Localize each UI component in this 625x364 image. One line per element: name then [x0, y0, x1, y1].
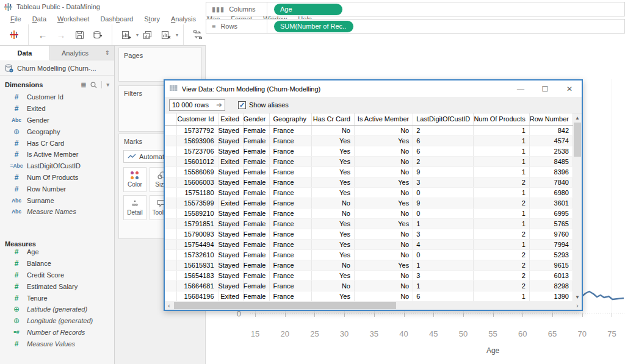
table-row[interactable]: 15573599ExitedFemaleFranceNoYes923601: [165, 198, 573, 208]
scroll-right-icon[interactable]: ›: [573, 301, 582, 310]
column-header-row-number[interactable]: Row Number: [529, 113, 573, 125]
table-row[interactable]: 15654183StayedFemaleFranceYesNo326013: [165, 270, 573, 280]
find-field-icon[interactable]: [90, 82, 97, 88]
cell: 2: [474, 280, 529, 291]
detail-button[interactable]: Detail: [123, 195, 146, 220]
dimension-num-of-products[interactable]: #Num Of Products: [0, 172, 114, 184]
table-row[interactable]: 15790093StayedFemaleFranceYesNo329760: [165, 229, 573, 239]
table-row[interactable]: 15586069StayedFemaleFranceYesNo918396: [165, 166, 573, 177]
menu-dashboard[interactable]: Dashboard: [95, 15, 139, 23]
new-worksheet-caret-icon[interactable]: ▾: [136, 32, 139, 38]
show-aliases-checkbox[interactable]: ✓: [238, 101, 246, 109]
row-count-input[interactable]: 10 000 rows ➜: [169, 99, 225, 111]
color-button[interactable]: Color: [123, 167, 146, 192]
new-datasource-icon[interactable]: [90, 27, 105, 42]
menu-data[interactable]: Data: [27, 15, 52, 23]
dialog-close-button[interactable]: ✕: [557, 81, 582, 97]
table-row[interactable]: 15751180StayedFemaleFranceYesNo016980: [165, 187, 573, 198]
column-header-customer-id[interactable]: Customer Id: [176, 113, 218, 125]
menu-file[interactable]: File: [5, 15, 27, 23]
table-row[interactable]: 15684196ExitedFemaleFranceYesNo611390: [165, 291, 573, 301]
vertical-scrollbar[interactable]: ▲ ▼: [573, 113, 582, 301]
dimension-geography[interactable]: ⊕Geography: [0, 126, 114, 137]
pane-expander-icon[interactable]: ⇕: [101, 46, 114, 60]
column-header-is-active-member[interactable]: Is Active Member: [354, 113, 413, 125]
menu-worksheet[interactable]: Worksheet: [52, 15, 95, 23]
measure-credit-score[interactable]: #Credit Score: [0, 269, 114, 281]
datasource-item[interactable]: Churn Modelling (Churn-...: [0, 61, 114, 76]
dimension-row-number[interactable]: #Row Number: [0, 183, 114, 194]
cell: 15601012: [176, 156, 218, 166]
column-header-lastdigitofcustid[interactable]: LastDigitOfCustID: [413, 113, 474, 125]
table-row[interactable]: 15737792StayedFemaleFranceNoNo21842: [165, 125, 573, 135]
rows-shelf[interactable]: ≡ Rows SUM(Number of Rec..: [206, 19, 625, 34]
measure-measure-values[interactable]: #Measure Values: [0, 338, 114, 349]
measure-tenure[interactable]: #Tenure: [0, 292, 114, 304]
table-row[interactable]: 15606003StayedFemaleFranceYesYes327840: [165, 177, 573, 187]
dimension-lastdigitofcustid[interactable]: =AbcLastDigitOfCustID: [0, 160, 114, 172]
rows-pill-sum-number-of-records[interactable]: SUM(Number of Rec..: [274, 21, 353, 32]
table-row[interactable]: 15693906StayedFemaleFranceYesYes614574: [165, 135, 573, 146]
column-header-geography[interactable]: Geography: [270, 113, 312, 125]
menu-story[interactable]: Story: [139, 15, 165, 23]
measure-age[interactable]: #Age: [0, 246, 114, 258]
cell: 15586069: [176, 166, 218, 177]
table-row[interactable]: 15601012ExitedFemaleFranceYesNo218485: [165, 156, 573, 166]
column-header-exited[interactable]: Exited: [218, 113, 243, 125]
tab-data[interactable]: Data: [0, 46, 50, 60]
table-row[interactable]: 15791851StayedFemaleFranceYesYes115765: [165, 218, 573, 229]
view-as-list-icon[interactable]: ≣: [81, 81, 86, 89]
column-header-gender[interactable]: Gender: [243, 113, 270, 125]
dimension-surname[interactable]: AbcSurname: [0, 194, 114, 206]
dimension-is-active-member[interactable]: #Is Active Member: [0, 149, 114, 160]
table-row[interactable]: 15732610StayedFemaleFranceYesNo025293: [165, 249, 573, 260]
table-row[interactable]: 15664681StayedFemaleFranceNoNo128298: [165, 280, 573, 291]
table-row[interactable]: 15754494StayedFemaleFranceYesNo417994: [165, 239, 573, 249]
redo-forward-icon[interactable]: →: [54, 27, 68, 42]
horizontal-scrollbar[interactable]: ‹ ›: [165, 301, 582, 310]
measure-latitude-generated[interactable]: ⊕Latitude (generated): [0, 304, 114, 315]
pages-card[interactable]: Pages: [118, 48, 202, 82]
column-header-num-of-products[interactable]: Num Of Products: [474, 113, 529, 125]
dimension-measure-names[interactable]: AbcMeasure Names: [0, 206, 114, 218]
dimension-exited[interactable]: #Exited: [0, 103, 114, 115]
dialog-maximize-button[interactable]: ☐: [533, 81, 557, 97]
new-worksheet-icon[interactable]: [119, 27, 134, 42]
cell: Yes: [354, 177, 413, 187]
clear-sheet-icon[interactable]: [159, 27, 173, 42]
table-row[interactable]: 15615931StayedFemaleFranceNoYes129615: [165, 260, 573, 270]
column-header-has-cr-card[interactable]: Has Cr Card: [312, 113, 355, 125]
tableau-home-icon[interactable]: [7, 27, 21, 42]
dialog-title-bar[interactable]: View Data: Churn Modelling (Churn-Modell…: [165, 80, 582, 97]
scroll-down-icon[interactable]: ▼: [573, 293, 582, 301]
measure-longitude-generated[interactable]: ⊕Longitude (generated): [0, 315, 114, 327]
field-label: Longitude (generated): [24, 317, 93, 324]
measure-number-of-records[interactable]: =#Number of Records: [0, 327, 114, 338]
dialog-minimize-button[interactable]: —: [508, 81, 533, 97]
measure-balance[interactable]: #Balance: [0, 258, 114, 269]
dimensions-menu-caret-icon[interactable]: ▾: [106, 82, 109, 88]
table-row[interactable]: 15589210StayedFemaleFranceNoNo016995: [165, 208, 573, 218]
columns-shelf[interactable]: ▮▮▮ Columns Age: [206, 2, 625, 16]
cell: 3: [413, 229, 474, 239]
vertical-scroll-thumb[interactable]: [574, 123, 581, 157]
dimension-gender[interactable]: AbcGender: [0, 115, 114, 126]
horizontal-scroll-thumb[interactable]: [174, 302, 396, 309]
cell: Stayed: [218, 146, 243, 156]
cell: France: [270, 198, 312, 208]
dimension-has-cr-card[interactable]: #Has Cr Card: [0, 137, 114, 149]
menu-analysis[interactable]: Analysis: [165, 15, 201, 23]
swap-rows-columns-icon[interactable]: [190, 27, 205, 42]
save-icon[interactable]: [72, 27, 87, 42]
tab-analytics[interactable]: Analytics: [50, 46, 100, 60]
measure-estimated-salary[interactable]: #Estimated Salary: [0, 280, 114, 292]
scroll-left-icon[interactable]: ‹: [165, 301, 173, 310]
columns-pill-age[interactable]: Age: [274, 4, 342, 15]
apply-row-count-icon[interactable]: ➜: [216, 101, 222, 109]
duplicate-sheet-icon[interactable]: [140, 27, 155, 42]
table-row[interactable]: 15723706StayedFemaleFranceYesNo612538: [165, 146, 573, 156]
dimension-customer-id[interactable]: #Customer Id: [0, 91, 114, 103]
undo-back-icon[interactable]: ←: [35, 27, 50, 42]
clear-sheet-caret-icon[interactable]: ▾: [176, 32, 178, 38]
scroll-up-icon[interactable]: ▲: [573, 113, 582, 122]
